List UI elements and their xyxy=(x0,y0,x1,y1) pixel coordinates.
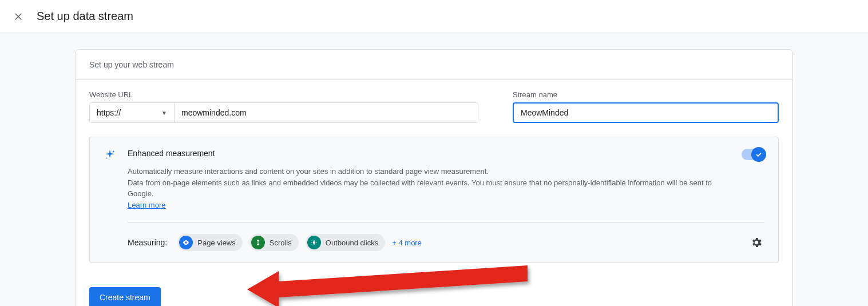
measuring-row: Measuring: Page views Scrolls Outbound c… xyxy=(128,222,764,251)
outbound-icon xyxy=(307,236,321,249)
footer: Create stream xyxy=(76,277,792,306)
learn-more-link[interactable]: Learn more xyxy=(128,201,165,209)
svg-point-0 xyxy=(312,241,315,244)
close-icon[interactable] xyxy=(11,10,25,23)
chevron-down-icon: ▼ xyxy=(161,110,167,116)
enhanced-toggle[interactable] xyxy=(742,149,764,160)
chip-scrolls: Scrolls xyxy=(249,234,299,251)
chip-label: Page views xyxy=(197,239,235,247)
eye-icon xyxy=(179,236,193,249)
website-url-label: Website URL xyxy=(89,90,478,99)
enhanced-desc-1: Automatically measure interactions and c… xyxy=(128,167,489,176)
svg-marker-1 xyxy=(247,265,528,306)
sparkle-icon xyxy=(104,149,117,162)
gear-icon[interactable] xyxy=(748,235,764,251)
toggle-knob xyxy=(751,147,766,162)
protocol-select[interactable]: https:// ▼ xyxy=(90,103,175,122)
chip-page-views: Page views xyxy=(177,234,242,251)
website-url-input[interactable] xyxy=(175,103,478,122)
chip-label: Outbound clicks xyxy=(326,239,379,247)
enhanced-desc-2: Data from on-page elements such as links… xyxy=(128,178,712,198)
page-title: Set up data stream xyxy=(37,10,133,23)
top-bar: Set up data stream xyxy=(0,0,868,33)
panel-header: Set up your web stream xyxy=(76,50,792,80)
enhanced-title: Enhanced measurement xyxy=(128,149,731,158)
stream-name-label: Stream name xyxy=(513,90,779,99)
measuring-label: Measuring: xyxy=(128,238,167,247)
stream-name-input[interactable] xyxy=(513,102,779,123)
chip-label: Scrolls xyxy=(269,239,292,247)
scroll-icon xyxy=(251,236,265,249)
chip-outbound: Outbound clicks xyxy=(306,234,386,251)
protocol-value: https:// xyxy=(97,108,121,117)
main-panel: Set up your web stream Website URL https… xyxy=(75,49,793,306)
more-link[interactable]: + 4 more xyxy=(392,239,422,247)
enhanced-measurement-box: Enhanced measurement Automatically measu… xyxy=(89,137,779,263)
form-row: Website URL https:// ▼ Stream name xyxy=(76,80,792,137)
create-stream-button[interactable]: Create stream xyxy=(89,287,161,306)
